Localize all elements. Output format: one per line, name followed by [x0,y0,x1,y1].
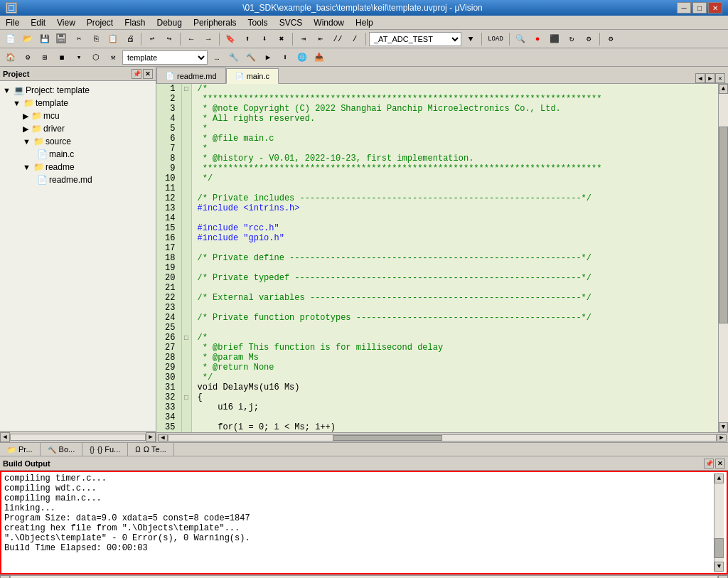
editor-vscroll[interactable]: ▲ ▼ [718,84,728,432]
tb2-dropdown[interactable]: ▾ [71,50,87,65]
vscroll-up-btn[interactable]: ▲ [719,84,728,94]
line-code[interactable]: * [191,124,718,134]
line-code[interactable]: * @brief This function is for millisecon… [191,343,718,353]
line-code[interactable] [191,263,718,273]
tb2-btn7[interactable]: ⚒ [105,50,121,65]
line-code[interactable]: /* [191,333,718,343]
menu-flash[interactable]: Flash [119,16,151,29]
copy-btn[interactable]: ⎘ [88,31,104,47]
redo-btn[interactable]: ↪ [161,31,177,47]
line-code[interactable]: #include "rcc.h" [191,223,718,233]
line-code[interactable]: #include <intrins.h> [191,203,718,213]
tb2-btn13[interactable]: 🌐 [294,50,310,65]
hscroll-left-btn[interactable]: ◀ [158,434,168,441]
back-btn[interactable]: ← [183,31,199,47]
clear-bookmark-btn[interactable]: ✖ [274,31,289,47]
stop-btn[interactable]: ⬛ [547,31,562,47]
project-panel-hscroll[interactable]: ◀ ▶ [0,431,156,442]
line-code[interactable] [191,213,718,223]
tree-readme-folder[interactable]: ▼ 📁 readme [0,161,156,173]
prev-bookmark-btn[interactable]: ⬆ [240,31,255,47]
more-btn[interactable]: ⚙ [581,31,596,47]
uncomment-btn[interactable]: / [347,31,363,47]
build-hscroll-right[interactable]: ▶ [718,575,728,578]
options-btn[interactable]: ⚙ [20,50,36,65]
line-code[interactable]: for(i = 0; i < Ms; i++) [191,422,718,432]
save-btn[interactable]: 💾 [37,31,53,47]
project-btn[interactable]: 🏠 [3,50,18,65]
menu-project[interactable]: Project [81,16,119,29]
cut-btn[interactable]: ✂ [71,31,87,47]
step-btn[interactable]: ↻ [564,31,579,47]
menu-tools[interactable]: Tools [242,16,274,29]
build-output-content[interactable]: compiling timer.c...compiling wdt.c...co… [0,471,728,574]
tb2-btn6[interactable]: ⬡ [88,50,104,65]
bottom-tab-project[interactable]: 📁 Pr... [0,443,41,456]
grid-btn[interactable]: ⊞ [37,50,53,65]
build-vscroll-up[interactable]: ▲ [714,473,724,483]
line-fold[interactable]: □ [181,392,191,402]
hscroll-track[interactable] [10,434,146,441]
debug-watch-btn[interactable]: 🔍 [513,31,528,47]
line-code[interactable]: /* Private function prototypes ---------… [191,313,718,323]
build-vscroll[interactable]: ▲ ▼ [714,473,724,572]
bookmark-btn[interactable]: 🔖 [223,31,238,47]
menu-debug[interactable]: Debug [151,16,188,29]
line-code[interactable]: * @return None [191,363,718,373]
line-code[interactable]: /* Private includes --------------------… [191,193,718,203]
vscroll-down-btn[interactable]: ▼ [719,422,728,432]
tb2-btn9[interactable]: 🔧 [226,50,242,65]
line-code[interactable]: /* External variables ------------------… [191,293,718,303]
indent-btn[interactable]: ⇥ [296,31,311,47]
tree-source[interactable]: ▼ 📁 source [0,135,156,148]
tree-mcu[interactable]: ▶ 📁 mcu [0,109,156,122]
menu-peripherals[interactable]: Peripherals [188,16,242,29]
hscroll-right-btn[interactable]: ▶ [717,434,727,441]
tab-main-c[interactable]: 📄 main.c [226,68,279,84]
tree-template[interactable]: ▼ 📁 template [0,97,156,109]
line-code[interactable]: * @history - V0.01, 2022-10-23, first im… [191,154,718,164]
save-all-btn[interactable] [54,31,70,47]
line-fold[interactable]: □ [181,333,191,343]
target-options-btn[interactable]: ▼ [463,31,478,47]
menu-window[interactable]: Window [308,16,350,29]
vscroll-track[interactable] [719,94,728,422]
comment-btn[interactable]: // [330,31,346,47]
menu-help[interactable]: Help [350,16,379,29]
build-hscroll[interactable]: ◀ ▶ [0,574,728,578]
build-hscroll-track[interactable] [10,575,718,578]
config-btn[interactable]: ⚙ [603,31,619,47]
line-code[interactable]: /* Private typedef ---------------------… [191,273,718,283]
editor-scroll-left-btn[interactable]: ◀ [695,73,705,83]
project-name-select[interactable]: template [122,50,208,65]
build-target-select[interactable]: _AT_ADC_TEST [369,32,461,46]
maximize-button[interactable]: □ [692,2,707,14]
line-fold[interactable]: □ [181,84,191,94]
line-code[interactable]: * [191,144,718,154]
line-code[interactable]: * @file main.c [191,134,718,144]
line-code[interactable]: * @param Ms [191,353,718,363]
menu-edit[interactable]: Edit [25,16,51,29]
outdent-btn[interactable]: ⇤ [313,31,328,47]
line-code[interactable] [191,303,718,313]
vscroll-thumb[interactable] [719,127,728,323]
tree-driver[interactable]: ▶ 📁 driver [0,122,156,135]
build-vscroll-track[interactable] [714,483,724,562]
line-code[interactable]: /* Private define ----------------------… [191,253,718,263]
line-code[interactable]: */ [191,373,718,382]
print-btn[interactable]: 🖨 [122,31,138,47]
build-output-close-btn[interactable]: ✕ [715,459,725,469]
line-code[interactable] [191,243,718,253]
hscroll-left-btn[interactable]: ◀ [0,432,10,442]
bottom-tab-func[interactable]: {} {} Fu... [82,443,128,456]
forward-btn[interactable]: → [200,31,216,47]
paste-btn[interactable]: 📋 [105,31,121,47]
tree-root[interactable]: ▼ 💻 Project: template [0,84,156,97]
open-file-btn[interactable]: 📂 [20,31,36,47]
menu-view[interactable]: View [51,16,81,29]
minimize-button[interactable]: ─ [677,2,691,14]
line-code[interactable]: ****************************************… [191,94,718,104]
tb2-btn10[interactable]: 🔨 [243,50,259,65]
menu-svcs[interactable]: SVCS [274,16,309,29]
tb2-btn12[interactable]: ⬆ [277,50,293,65]
